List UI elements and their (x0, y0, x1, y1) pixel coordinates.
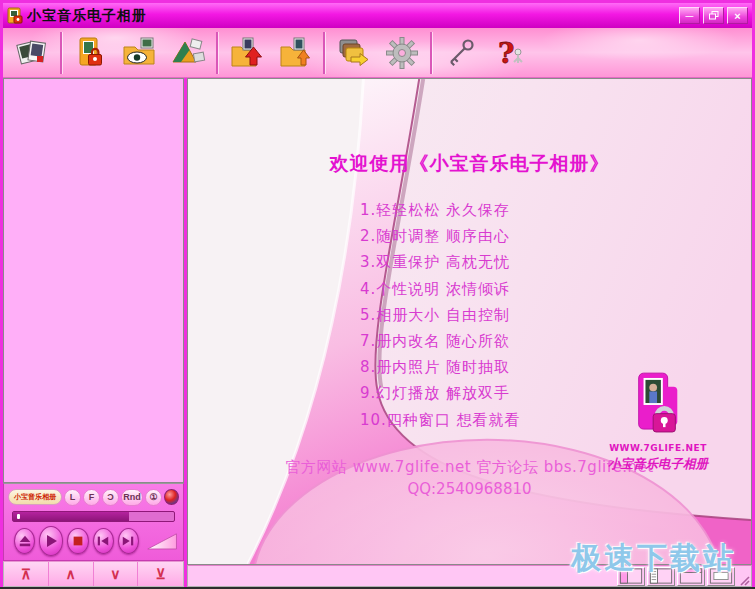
move-album-button[interactable] (332, 31, 374, 75)
album-overview-button[interactable] (11, 31, 53, 75)
restore-window-icon (709, 11, 719, 20)
play-icon (43, 533, 59, 549)
welcome-title: 欢迎使用《小宝音乐电子相册》 (188, 151, 751, 177)
content-area: 小宝音乐相册 L F Ɔ Rnd ① (3, 78, 752, 587)
minimize-icon: ─ (686, 9, 694, 23)
track-one-button[interactable]: ① (145, 489, 162, 506)
resize-grip-icon (738, 574, 750, 586)
left-column: 小宝音乐相册 L F Ɔ Rnd ① (3, 78, 184, 587)
right-column: 欢迎使用《小宝音乐电子相册》 1.轻轻松松 永久保存 2.随时调整 顺序由心 3… (187, 78, 752, 587)
app-window: 小宝音乐电子相册 ─ × (0, 0, 755, 589)
feature-item: 8.册内照片 随时抽取 (360, 358, 521, 384)
browse-eye-icon (121, 35, 157, 71)
export-folder-icon (277, 35, 313, 71)
restore-button[interactable] (703, 7, 724, 24)
progress-bar[interactable] (12, 511, 175, 522)
progress-marker[interactable] (17, 514, 20, 519)
main-view: 欢迎使用《小宝音乐电子相册》 1.轻轻松松 永久保存 2.随时调整 顺序由心 3… (187, 78, 752, 565)
close-icon: × (734, 9, 740, 23)
album-title-button[interactable]: 小宝音乐相册 (8, 489, 62, 505)
export-photos-button[interactable] (274, 31, 316, 75)
toolbar-separator (323, 32, 325, 74)
slideshow-button[interactable] (167, 31, 209, 75)
toolbar-separator (216, 32, 218, 74)
stop-button[interactable] (67, 528, 88, 554)
help-question-icon: ? (491, 35, 527, 71)
last-photo-button[interactable]: ⊻ (138, 562, 183, 586)
lock-album-button[interactable] (69, 31, 111, 75)
volume-wedge-icon[interactable] (147, 530, 177, 552)
svg-text:?: ? (498, 37, 514, 70)
feature-item: 1.轻轻松松 永久保存 (360, 201, 521, 227)
qq-line: QQ:2540968810 (188, 480, 751, 498)
album-lock-logo-icon (631, 371, 685, 437)
feature-item: 10.四种窗口 想看就看 (360, 411, 521, 437)
window-title: 小宝音乐电子相册 (27, 7, 679, 25)
brand-logo: WWW.7GLIFE.NET 小宝音乐电子相册 (599, 371, 717, 473)
eject-icon (18, 534, 32, 548)
random-button[interactable]: Rnd (121, 489, 143, 506)
import-photos-button[interactable] (225, 31, 267, 75)
key-icon (442, 35, 478, 71)
feature-list: 1.轻轻松松 永久保存 2.随时调整 顺序由心 3.双重保护 高枕无忧 4.个性… (360, 201, 521, 437)
close-button[interactable]: × (727, 7, 748, 24)
minimize-button[interactable]: ─ (679, 7, 700, 24)
feature-item: 4.个性说明 浓情倾诉 (360, 280, 521, 306)
mode-l-button[interactable]: L (64, 489, 81, 506)
toolbar-separator (430, 32, 432, 74)
site-watermark: 极速下载站 (571, 538, 736, 579)
next-photo-button[interactable]: ∨ (94, 562, 139, 586)
previous-button[interactable] (93, 528, 114, 554)
resize-grip[interactable] (737, 567, 750, 586)
password-button[interactable] (439, 31, 481, 75)
play-button[interactable] (39, 526, 63, 556)
browse-album-button[interactable] (118, 31, 160, 75)
previous-photo-button[interactable]: ∧ (49, 562, 94, 586)
move-cards-icon (335, 35, 371, 71)
import-folder-icon (228, 35, 264, 71)
album-list-panel[interactable] (3, 78, 184, 483)
toolbar: ? (3, 28, 752, 78)
eject-button[interactable] (14, 528, 35, 554)
logo-caption: 小宝音乐电子相册 (599, 456, 717, 473)
logo-url: WWW.7GLIFE.NET (599, 443, 717, 453)
titlebar: 小宝音乐电子相册 ─ × (3, 3, 752, 28)
toolbar-separator (60, 32, 62, 74)
feature-item: 2.随时调整 顺序由心 (360, 227, 521, 253)
player-mode-row: 小宝音乐相册 L F Ɔ Rnd ① (8, 487, 179, 507)
app-icon (7, 7, 23, 25)
feature-item: 9.幻灯播放 解放双手 (360, 384, 521, 410)
transport-row (8, 525, 179, 556)
player-panel: 小宝音乐相册 L F Ɔ Rnd ① (3, 483, 184, 561)
window-controls: ─ × (679, 7, 748, 24)
first-photo-button[interactable]: ⊼ (4, 562, 49, 586)
photo-nav-bar: ⊼ ∧ ∨ ⊻ (3, 561, 184, 587)
next-button[interactable] (118, 528, 139, 554)
gear-icon (384, 35, 420, 71)
progress-fill (13, 512, 129, 521)
slideshow-icon (170, 35, 206, 71)
photo-stack-icon (14, 35, 50, 71)
feature-item: 5.相册大小 自由控制 (360, 306, 521, 332)
feature-item: 7.册内改名 随心所欲 (360, 332, 521, 358)
mode-f-button[interactable]: F (83, 489, 100, 506)
stop-icon (71, 534, 85, 548)
next-icon (121, 534, 135, 548)
color-sphere-button[interactable] (164, 489, 179, 505)
repeat-button[interactable]: Ɔ (102, 489, 119, 506)
feature-item: 3.双重保护 高枕无忧 (360, 253, 521, 279)
help-button[interactable]: ? (488, 31, 530, 75)
album-lock-icon (72, 35, 108, 71)
settings-button[interactable] (381, 31, 423, 75)
previous-icon (96, 534, 110, 548)
